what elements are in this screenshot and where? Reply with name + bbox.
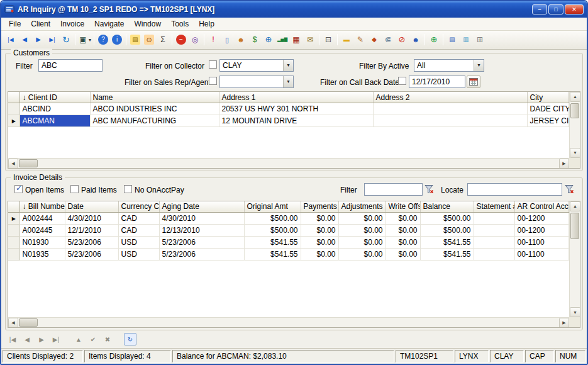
scrollbar-thumb[interactable] (19, 318, 38, 327)
menu-window[interactable]: Window (129, 18, 166, 30)
cell[interactable] (474, 237, 514, 249)
scroll-track[interactable] (18, 318, 559, 327)
scroll-track[interactable] (18, 159, 559, 168)
next-record-button[interactable]: ▶ (31, 33, 45, 47)
no-onacctpay-checkbox[interactable] (124, 185, 132, 193)
cell[interactable]: $500.00 (420, 225, 474, 237)
column-header[interactable]: Statement # (474, 201, 514, 213)
refresh-button[interactable]: ↻ (59, 33, 73, 47)
active-select[interactable]: All ▾ (414, 59, 484, 72)
customer-filter-input[interactable] (38, 59, 103, 72)
cell[interactable]: 5/23/2006 (65, 249, 118, 261)
scrollbar-thumb[interactable] (570, 213, 579, 239)
cell[interactable]: $0.00 (301, 237, 338, 249)
export-button[interactable]: ▥ (459, 33, 473, 47)
collector-dropdown-icon[interactable]: ▾ (283, 60, 293, 71)
tag-button[interactable]: ◆ (367, 33, 381, 47)
cell[interactable]: 20537 US HWY 301 NORTH (219, 103, 373, 115)
print-button[interactable]: ⊟ (321, 33, 335, 47)
cell[interactable]: 5/23/2006 (159, 237, 244, 249)
scrollbar-thumb[interactable] (19, 159, 38, 167)
cell[interactable]: 00-1100 (514, 249, 569, 261)
cell[interactable] (474, 213, 514, 225)
cell[interactable]: USD (118, 237, 159, 249)
cell[interactable]: ABCMAN (19, 115, 90, 127)
folder-button[interactable]: ▬ (340, 33, 353, 47)
schedule-button[interactable]: ⊙ (142, 33, 156, 47)
cell[interactable]: $0.00 (338, 249, 386, 261)
column-header[interactable]: Address 1 (219, 92, 373, 103)
web-sync-button[interactable]: ⊕ (427, 33, 441, 47)
report-button[interactable]: ▤ (445, 33, 459, 47)
summation-button[interactable]: Σ (156, 33, 170, 47)
scroll-left-icon[interactable]: ◀ (8, 159, 18, 169)
customer-horizontal-scrollbar[interactable]: ◀ ▶ (8, 158, 569, 168)
scrollbar-thumb[interactable] (570, 103, 579, 118)
cell[interactable]: DADE CITY (527, 103, 569, 115)
menu-tools[interactable]: Tools (166, 18, 194, 30)
payments-button[interactable]: $ (248, 33, 262, 47)
cell[interactable]: $0.00 (301, 225, 338, 237)
column-header[interactable]: Aging Date (159, 201, 244, 213)
nav-up-button[interactable]: ▲ (72, 333, 85, 345)
cell[interactable]: 00-1200 (514, 213, 569, 225)
cell[interactable]: ABCIND (19, 103, 90, 115)
cell[interactable]: $0.00 (301, 249, 338, 261)
attachment-button[interactable]: ⋐ (381, 33, 395, 47)
scroll-down-icon[interactable]: ▼ (570, 307, 580, 317)
first-record-button[interactable]: |◀ (4, 33, 18, 47)
nav-refresh-button[interactable]: ↻ (124, 333, 136, 345)
cell[interactable] (474, 225, 514, 237)
notes-button[interactable]: ▤ (128, 33, 142, 47)
cell[interactable]: $0.00 (301, 213, 338, 225)
salesrep-dropdown-icon[interactable]: ▾ (283, 76, 293, 87)
column-header[interactable]: Adjustments (338, 201, 386, 213)
column-header[interactable]: Write Offs (386, 201, 420, 213)
invoice-horizontal-scrollbar[interactable]: ◀ ▶ (8, 317, 569, 327)
cell[interactable]: $0.00 (386, 249, 420, 261)
stop-button[interactable]: − (174, 33, 188, 47)
filter-collector-checkbox[interactable] (209, 60, 217, 69)
cell[interactable]: ABCO INDUSTRIES INC (90, 103, 219, 115)
cell[interactable]: $541.55 (244, 249, 301, 261)
menu-client[interactable]: Client (26, 18, 55, 30)
cell[interactable]: $500.00 (244, 213, 301, 225)
mail-button[interactable]: ✉ (303, 33, 317, 47)
cell[interactable]: $0.00 (338, 225, 386, 237)
cell[interactable]: $541.55 (420, 237, 474, 249)
cell[interactable]: A002445 (19, 225, 65, 237)
scroll-left-icon[interactable]: ◀ (8, 318, 18, 328)
calendar-view-button[interactable]: ▦ (289, 33, 303, 47)
nav-accept-button[interactable]: ✔ (87, 333, 99, 345)
scroll-down-icon[interactable]: ▼ (570, 148, 580, 158)
cell[interactable]: N01935 (19, 249, 65, 261)
nav-next-button[interactable]: ▶ (35, 333, 48, 345)
titlebar[interactable]: AR Inquiry @ TM 10_2 SP1 REDO => TM102SP… (1, 1, 587, 18)
preview-button[interactable]: ◎ (188, 33, 202, 47)
cell[interactable]: N01930 (19, 237, 65, 249)
maximize-button[interactable]: □ (548, 4, 563, 14)
column-header[interactable]: AR Control Acct (514, 201, 569, 213)
cell[interactable]: $0.00 (386, 213, 420, 225)
column-header[interactable]: Currency C (118, 201, 159, 213)
paid-items-checkbox[interactable] (70, 185, 79, 193)
cell[interactable]: 12/13/2010 (159, 225, 244, 237)
callback-calendar-button[interactable] (467, 76, 480, 88)
chart-button[interactable]: ▂▅▇ (275, 33, 289, 47)
column-header[interactable]: Date (65, 201, 118, 213)
column-header[interactable]: ↓ Bill Numbe (19, 201, 65, 213)
cell[interactable]: $0.00 (338, 237, 386, 249)
window-select-button[interactable]: ▣▾ (77, 33, 92, 47)
cell[interactable]: 00-1200 (514, 225, 569, 237)
cell[interactable]: $0.00 (386, 237, 420, 249)
cell[interactable]: USD (118, 249, 159, 261)
scroll-right-icon[interactable]: ▶ (559, 159, 569, 169)
last-record-button[interactable]: ▶| (45, 33, 59, 47)
cell[interactable] (373, 115, 527, 127)
column-header[interactable]: Balance (420, 201, 474, 213)
print-preview-button[interactable]: ⊞ (473, 33, 487, 47)
filter-salesrep-checkbox[interactable] (209, 77, 217, 85)
nav-cancel-button[interactable]: ✖ (101, 333, 114, 345)
invoice-filter-clear-button[interactable] (423, 184, 435, 195)
client-list-button[interactable]: ☻ (234, 33, 248, 47)
